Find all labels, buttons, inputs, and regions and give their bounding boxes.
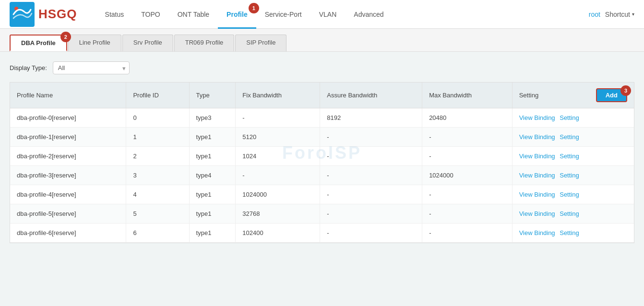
nav-item-ont-table[interactable]: ONT Table [169, 0, 218, 29]
cell-assure-bw: - [320, 224, 422, 243]
main-nav: Status TOPO ONT Table Profile 1 Service-… [96, 0, 589, 29]
logo-icon [10, 2, 35, 27]
tab-srv-profile[interactable]: Srv Profile [122, 35, 173, 51]
data-table-wrapper: Profile Name Profile ID Type Fix Bandwid… [10, 82, 634, 243]
cell-type: type4 [189, 166, 236, 185]
cell-type: type1 [189, 185, 236, 204]
col-type: Type [189, 82, 236, 108]
header: HSGQ Status TOPO ONT Table Profile 1 Ser… [0, 0, 644, 29]
cell-fix-bw: 32768 [236, 204, 320, 224]
col-max-bandwidth: Max Bandwidth [422, 82, 513, 108]
cell-assure-bw: - [320, 185, 422, 204]
nav-shortcut[interactable]: Shortcut ▾ [605, 11, 634, 18]
nav-item-advanced[interactable]: Advanced [345, 0, 392, 29]
tab-line-profile[interactable]: Line Profile [68, 35, 121, 51]
cell-type: type3 [189, 108, 236, 128]
add-button[interactable]: Add 3 [596, 88, 627, 102]
nav-item-profile[interactable]: Profile 1 [218, 0, 256, 29]
cell-type: type1 [189, 147, 236, 166]
setting-link[interactable]: Setting [560, 153, 579, 160]
view-binding-link[interactable]: View Binding [519, 172, 555, 179]
cell-profile-id: 4 [126, 185, 189, 204]
tab-tr069-profile[interactable]: TR069 Profile [174, 35, 234, 51]
col-fix-bandwidth: Fix Bandwidth [236, 82, 320, 108]
sub-tabs: DBA Profile 2 Line Profile Srv Profile T… [0, 29, 644, 52]
cell-max-bw: - [422, 128, 513, 147]
chevron-down-icon: ▾ [632, 12, 634, 17]
table-row: dba-profile-1[reserve] 1 type1 5120 - - … [10, 128, 634, 147]
badge-3: 3 [620, 85, 631, 96]
cell-max-bw: 20480 [422, 108, 513, 128]
setting-link[interactable]: Setting [560, 210, 579, 217]
view-binding-link[interactable]: View Binding [519, 153, 555, 160]
cell-type: type1 [189, 224, 236, 243]
tab-sip-profile[interactable]: SIP Profile [235, 35, 286, 51]
view-binding-link[interactable]: View Binding [519, 114, 555, 121]
setting-link[interactable]: Setting [560, 133, 579, 141]
view-binding-link[interactable]: View Binding [519, 191, 555, 198]
nav-user: root [589, 11, 600, 18]
cell-actions: View Binding Setting [512, 185, 634, 204]
cell-assure-bw: - [320, 166, 422, 185]
cell-fix-bw: - [236, 108, 320, 128]
cell-actions: View Binding Setting [512, 204, 634, 224]
cell-assure-bw: - [320, 204, 422, 224]
display-type-label: Display Type: [10, 64, 47, 71]
cell-assure-bw: 8192 [320, 108, 422, 128]
nav-item-status[interactable]: Status [96, 0, 133, 29]
col-profile-id: Profile ID [126, 82, 189, 108]
dba-profile-table: Profile Name Profile ID Type Fix Bandwid… [10, 82, 634, 243]
col-setting: Setting Add 3 [512, 82, 634, 108]
cell-profile-id: 3 [126, 166, 189, 185]
main-content: Display Type: All Custom Reserve Profile… [0, 52, 644, 253]
cell-assure-bw: - [320, 128, 422, 147]
cell-max-bw: - [422, 147, 513, 166]
cell-profile-name: dba-profile-2[reserve] [10, 147, 126, 166]
setting-link[interactable]: Setting [560, 114, 579, 121]
display-type-row: Display Type: All Custom Reserve [10, 61, 634, 74]
table-row: dba-profile-0[reserve] 0 type3 - 8192 20… [10, 108, 634, 128]
cell-profile-id: 5 [126, 204, 189, 224]
badge-2: 2 [60, 32, 71, 42]
cell-fix-bw: 5120 [236, 128, 320, 147]
view-binding-link[interactable]: View Binding [519, 133, 555, 141]
setting-link[interactable]: Setting [560, 191, 579, 198]
display-type-select-wrapper: All Custom Reserve [53, 61, 130, 74]
table-row: dba-profile-5[reserve] 5 type1 32768 - -… [10, 204, 634, 224]
col-profile-name: Profile Name [10, 82, 126, 108]
cell-max-bw: - [422, 224, 513, 243]
cell-assure-bw: - [320, 147, 422, 166]
view-binding-link[interactable]: View Binding [519, 210, 555, 217]
cell-actions: View Binding Setting [512, 108, 634, 128]
cell-profile-name: dba-profile-4[reserve] [10, 185, 126, 204]
logo-area: HSGQ [10, 2, 77, 27]
display-type-select[interactable]: All Custom Reserve [53, 61, 130, 74]
cell-type: type1 [189, 204, 236, 224]
table-row: dba-profile-3[reserve] 3 type4 - - 10240… [10, 166, 634, 185]
col-assure-bandwidth: Assure Bandwidth [320, 82, 422, 108]
cell-actions: View Binding Setting [512, 128, 634, 147]
cell-actions: View Binding Setting [512, 147, 634, 166]
nav-right: root Shortcut ▾ [589, 11, 634, 18]
cell-actions: View Binding Setting [512, 224, 634, 243]
setting-link[interactable]: Setting [560, 172, 579, 179]
cell-actions: View Binding Setting [512, 166, 634, 185]
app-title: HSGQ [38, 7, 77, 22]
cell-type: type1 [189, 128, 236, 147]
cell-profile-id: 6 [126, 224, 189, 243]
table-row: dba-profile-2[reserve] 2 type1 1024 - - … [10, 147, 634, 166]
tab-dba-profile[interactable]: DBA Profile 2 [10, 35, 67, 51]
nav-item-service-port[interactable]: Service-Port [256, 0, 310, 29]
view-binding-link[interactable]: View Binding [519, 229, 555, 236]
cell-profile-name: dba-profile-5[reserve] [10, 204, 126, 224]
setting-link[interactable]: Setting [560, 229, 579, 236]
cell-profile-name: dba-profile-6[reserve] [10, 224, 126, 243]
cell-profile-name: dba-profile-1[reserve] [10, 128, 126, 147]
nav-item-topo[interactable]: TOPO [132, 0, 168, 29]
table-row: dba-profile-6[reserve] 6 type1 102400 - … [10, 224, 634, 243]
cell-profile-id: 0 [126, 108, 189, 128]
cell-profile-name: dba-profile-3[reserve] [10, 166, 126, 185]
cell-max-bw: 1024000 [422, 166, 513, 185]
cell-profile-id: 1 [126, 128, 189, 147]
nav-item-vlan[interactable]: VLAN [310, 0, 346, 29]
